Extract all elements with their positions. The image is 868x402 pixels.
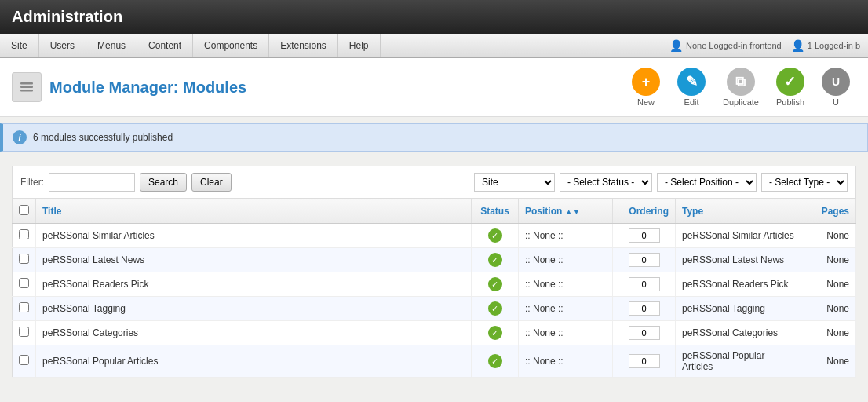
- new-button[interactable]: + New: [625, 64, 666, 110]
- row-type: peRSSonal Tagging: [676, 297, 801, 321]
- table-row: peRSSonal Categories ✓ :: None :: peRSSo…: [13, 321, 856, 345]
- admin-header-title: Administration: [12, 8, 122, 25]
- nav-item-menus[interactable]: Menus: [86, 34, 137, 57]
- row-position: :: None ::: [519, 248, 613, 272]
- new-button-label: New: [637, 97, 655, 107]
- row-title[interactable]: peRSSonal Latest News: [36, 248, 472, 272]
- type-select[interactable]: - Select Type -: [761, 173, 848, 192]
- nav-item-content[interactable]: Content: [137, 34, 193, 57]
- nav-right: 👤 None Logged-in frontend 👤 1 Logged-in …: [662, 39, 868, 52]
- row-type: peRSSonal Readers Pick: [676, 272, 801, 297]
- ordering-input[interactable]: [629, 354, 660, 368]
- backend-status-text: 1 Logged-in b: [808, 41, 860, 50]
- ordering-input[interactable]: [629, 253, 660, 267]
- row-ordering: [613, 345, 676, 378]
- position-select[interactable]: - Select Position -: [657, 173, 757, 192]
- status-published-icon[interactable]: ✓: [488, 277, 502, 291]
- publish-button-icon: ✓: [776, 68, 804, 96]
- toolbar-title: Module Manager: Modules: [49, 79, 618, 97]
- row-position: :: None ::: [519, 272, 613, 297]
- info-bar: i 6 modules successfully published: [0, 123, 868, 152]
- toolbar-buttons: + New ✎ Edit ⧉ Duplicate ✓ Publish U U: [625, 64, 856, 110]
- row-checkbox-cell: [13, 321, 36, 345]
- backend-status: 👤 1 Logged-in b: [791, 39, 860, 52]
- row-status: ✓: [472, 321, 519, 345]
- row-pages: None: [801, 321, 856, 345]
- row-checkbox[interactable]: [19, 278, 29, 288]
- pages-header: Pages: [801, 199, 856, 224]
- title-header: Title: [36, 199, 472, 224]
- duplicate-button[interactable]: ⧉ Duplicate: [717, 64, 765, 110]
- row-checkbox-cell: [13, 224, 36, 248]
- nav-item-site[interactable]: Site: [0, 34, 39, 57]
- row-status: ✓: [472, 297, 519, 321]
- type-header: Type: [676, 199, 801, 224]
- nav-item-users[interactable]: Users: [39, 34, 86, 57]
- frontend-status-text: None Logged-in frontend: [686, 41, 782, 50]
- filter-bar: Filter: Search Clear Site Administrator …: [12, 166, 856, 199]
- row-checkbox-cell: [13, 272, 36, 297]
- row-title[interactable]: peRSSonal Categories: [36, 321, 472, 345]
- unpublish-button[interactable]: U U: [815, 64, 856, 110]
- row-ordering: [613, 248, 676, 272]
- row-title[interactable]: peRSSonal Popular Articles: [36, 345, 472, 378]
- table-row: peRSSonal Tagging ✓ :: None :: peRSSonal…: [13, 297, 856, 321]
- ordering-input[interactable]: [629, 228, 660, 243]
- row-title[interactable]: peRSSonal Tagging: [36, 297, 472, 321]
- ordering-input[interactable]: [629, 277, 660, 291]
- position-header: Position ▲▼: [519, 199, 613, 224]
- row-checkbox[interactable]: [19, 327, 29, 337]
- svg-rect-2: [20, 90, 33, 92]
- select-all-header: [13, 199, 36, 224]
- status-published-icon[interactable]: ✓: [488, 302, 502, 316]
- search-button[interactable]: Search: [140, 173, 187, 192]
- row-ordering: [613, 297, 676, 321]
- info-icon: i: [13, 130, 27, 144]
- info-message: 6 modules successfully published: [33, 132, 173, 143]
- edit-button[interactable]: ✎ Edit: [671, 64, 712, 110]
- row-title[interactable]: peRSSonal Similar Articles: [36, 224, 472, 248]
- row-pages: None: [801, 224, 856, 248]
- row-position: :: None ::: [519, 321, 613, 345]
- ordering-input[interactable]: [629, 302, 660, 316]
- filter-label: Filter:: [20, 177, 44, 188]
- frontend-user-icon: 👤: [669, 39, 683, 52]
- row-checkbox[interactable]: [19, 229, 29, 239]
- status-select[interactable]: - Select Status - Published Unpublished: [560, 173, 652, 192]
- status-published-icon[interactable]: ✓: [488, 253, 502, 267]
- status-published-icon[interactable]: ✓: [488, 326, 502, 340]
- row-title[interactable]: peRSSonal Readers Pick: [36, 272, 472, 297]
- row-checkbox[interactable]: [19, 254, 29, 264]
- unpublish-button-label: U: [833, 97, 839, 107]
- ordering-input[interactable]: [629, 326, 660, 340]
- filter-input[interactable]: [49, 173, 135, 192]
- nav-item-extensions[interactable]: Extensions: [269, 34, 338, 57]
- edit-button-icon: ✎: [677, 68, 706, 96]
- publish-button-label: Publish: [776, 97, 804, 107]
- row-status: ✓: [472, 248, 519, 272]
- publish-button[interactable]: ✓ Publish: [770, 64, 811, 110]
- row-checkbox[interactable]: [19, 302, 29, 312]
- table-row: peRSSonal Similar Articles ✓ :: None :: …: [13, 224, 856, 248]
- edit-button-label: Edit: [684, 97, 699, 107]
- clear-button[interactable]: Clear: [191, 173, 232, 192]
- row-type: peRSSonal Latest News: [676, 248, 801, 272]
- nav-items: Site Users Menus Content Components Exte…: [0, 34, 662, 57]
- admin-header: Administration: [0, 0, 868, 34]
- row-status: ✓: [472, 345, 519, 378]
- table-row: peRSSonal Readers Pick ✓ :: None :: peRS…: [13, 272, 856, 297]
- row-checkbox-cell: [13, 297, 36, 321]
- select-all-checkbox[interactable]: [19, 205, 29, 215]
- ordering-header: Ordering: [613, 199, 676, 224]
- unpublish-button-icon: U: [822, 68, 850, 96]
- nav-item-components[interactable]: Components: [193, 34, 269, 57]
- site-select[interactable]: Site Administrator: [474, 173, 555, 192]
- main-content: Filter: Search Clear Site Administrator …: [0, 158, 868, 386]
- nav-item-help[interactable]: Help: [338, 34, 381, 57]
- row-pages: None: [801, 272, 856, 297]
- row-checkbox[interactable]: [19, 355, 29, 365]
- status-published-icon[interactable]: ✓: [488, 228, 502, 243]
- table-row: peRSSonal Latest News ✓ :: None :: peRSS…: [13, 248, 856, 272]
- toolbar: Module Manager: Modules + New ✎ Edit ⧉ D…: [0, 58, 868, 117]
- status-published-icon[interactable]: ✓: [488, 354, 502, 368]
